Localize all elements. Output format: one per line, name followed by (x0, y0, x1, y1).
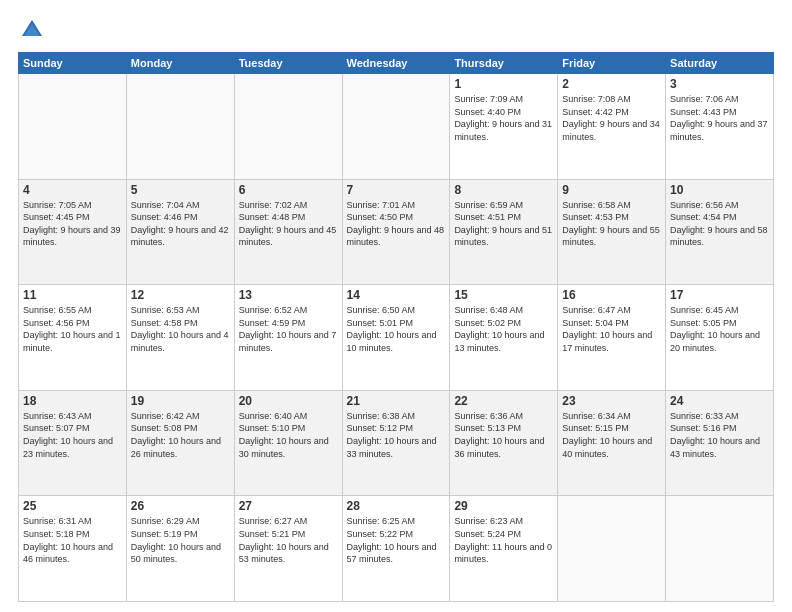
day-number: 10 (670, 183, 769, 197)
day-detail: Sunrise: 7:06 AM Sunset: 4:43 PM Dayligh… (670, 93, 769, 143)
day-number: 23 (562, 394, 661, 408)
calendar-day-cell: 19Sunrise: 6:42 AM Sunset: 5:08 PM Dayli… (126, 390, 234, 496)
weekday-header: Sunday (19, 53, 127, 74)
calendar-day-cell (234, 74, 342, 180)
day-detail: Sunrise: 6:34 AM Sunset: 5:15 PM Dayligh… (562, 410, 661, 460)
day-number: 24 (670, 394, 769, 408)
weekday-header: Friday (558, 53, 666, 74)
calendar-day-cell: 28Sunrise: 6:25 AM Sunset: 5:22 PM Dayli… (342, 496, 450, 602)
calendar-day-cell: 15Sunrise: 6:48 AM Sunset: 5:02 PM Dayli… (450, 285, 558, 391)
day-number: 17 (670, 288, 769, 302)
day-detail: Sunrise: 6:52 AM Sunset: 4:59 PM Dayligh… (239, 304, 338, 354)
day-detail: Sunrise: 6:47 AM Sunset: 5:04 PM Dayligh… (562, 304, 661, 354)
day-number: 3 (670, 77, 769, 91)
calendar-day-cell: 26Sunrise: 6:29 AM Sunset: 5:19 PM Dayli… (126, 496, 234, 602)
calendar-day-cell: 8Sunrise: 6:59 AM Sunset: 4:51 PM Daylig… (450, 179, 558, 285)
day-detail: Sunrise: 7:01 AM Sunset: 4:50 PM Dayligh… (347, 199, 446, 249)
day-number: 1 (454, 77, 553, 91)
calendar-day-cell: 25Sunrise: 6:31 AM Sunset: 5:18 PM Dayli… (19, 496, 127, 602)
calendar-day-cell: 10Sunrise: 6:56 AM Sunset: 4:54 PM Dayli… (666, 179, 774, 285)
day-detail: Sunrise: 6:29 AM Sunset: 5:19 PM Dayligh… (131, 515, 230, 565)
day-detail: Sunrise: 6:38 AM Sunset: 5:12 PM Dayligh… (347, 410, 446, 460)
logo-icon (18, 16, 46, 44)
calendar-week-row: 4Sunrise: 7:05 AM Sunset: 4:45 PM Daylig… (19, 179, 774, 285)
day-number: 22 (454, 394, 553, 408)
calendar-day-cell: 1Sunrise: 7:09 AM Sunset: 4:40 PM Daylig… (450, 74, 558, 180)
day-number: 15 (454, 288, 553, 302)
calendar-day-cell: 16Sunrise: 6:47 AM Sunset: 5:04 PM Dayli… (558, 285, 666, 391)
calendar-day-cell (558, 496, 666, 602)
day-number: 29 (454, 499, 553, 513)
day-number: 9 (562, 183, 661, 197)
calendar-day-cell: 9Sunrise: 6:58 AM Sunset: 4:53 PM Daylig… (558, 179, 666, 285)
weekday-header: Thursday (450, 53, 558, 74)
calendar-day-cell: 24Sunrise: 6:33 AM Sunset: 5:16 PM Dayli… (666, 390, 774, 496)
calendar-day-cell: 11Sunrise: 6:55 AM Sunset: 4:56 PM Dayli… (19, 285, 127, 391)
page: SundayMondayTuesdayWednesdayThursdayFrid… (0, 0, 792, 612)
day-detail: Sunrise: 6:43 AM Sunset: 5:07 PM Dayligh… (23, 410, 122, 460)
calendar-day-cell: 12Sunrise: 6:53 AM Sunset: 4:58 PM Dayli… (126, 285, 234, 391)
calendar-day-cell (19, 74, 127, 180)
day-number: 28 (347, 499, 446, 513)
logo (18, 16, 50, 44)
day-detail: Sunrise: 6:56 AM Sunset: 4:54 PM Dayligh… (670, 199, 769, 249)
weekday-header: Saturday (666, 53, 774, 74)
day-number: 20 (239, 394, 338, 408)
calendar-day-cell: 17Sunrise: 6:45 AM Sunset: 5:05 PM Dayli… (666, 285, 774, 391)
day-number: 16 (562, 288, 661, 302)
calendar-day-cell: 5Sunrise: 7:04 AM Sunset: 4:46 PM Daylig… (126, 179, 234, 285)
day-detail: Sunrise: 6:25 AM Sunset: 5:22 PM Dayligh… (347, 515, 446, 565)
day-number: 27 (239, 499, 338, 513)
day-detail: Sunrise: 7:05 AM Sunset: 4:45 PM Dayligh… (23, 199, 122, 249)
calendar-day-cell: 6Sunrise: 7:02 AM Sunset: 4:48 PM Daylig… (234, 179, 342, 285)
calendar-week-row: 25Sunrise: 6:31 AM Sunset: 5:18 PM Dayli… (19, 496, 774, 602)
day-detail: Sunrise: 6:45 AM Sunset: 5:05 PM Dayligh… (670, 304, 769, 354)
day-detail: Sunrise: 6:48 AM Sunset: 5:02 PM Dayligh… (454, 304, 553, 354)
day-detail: Sunrise: 7:04 AM Sunset: 4:46 PM Dayligh… (131, 199, 230, 249)
calendar-day-cell (666, 496, 774, 602)
calendar-header-row: SundayMondayTuesdayWednesdayThursdayFrid… (19, 53, 774, 74)
day-detail: Sunrise: 6:59 AM Sunset: 4:51 PM Dayligh… (454, 199, 553, 249)
day-detail: Sunrise: 7:09 AM Sunset: 4:40 PM Dayligh… (454, 93, 553, 143)
day-detail: Sunrise: 6:23 AM Sunset: 5:24 PM Dayligh… (454, 515, 553, 565)
day-number: 8 (454, 183, 553, 197)
calendar-week-row: 1Sunrise: 7:09 AM Sunset: 4:40 PM Daylig… (19, 74, 774, 180)
calendar-day-cell: 4Sunrise: 7:05 AM Sunset: 4:45 PM Daylig… (19, 179, 127, 285)
day-detail: Sunrise: 6:55 AM Sunset: 4:56 PM Dayligh… (23, 304, 122, 354)
day-number: 7 (347, 183, 446, 197)
calendar-day-cell (342, 74, 450, 180)
day-number: 13 (239, 288, 338, 302)
day-detail: Sunrise: 6:53 AM Sunset: 4:58 PM Dayligh… (131, 304, 230, 354)
weekday-header: Monday (126, 53, 234, 74)
calendar-day-cell: 7Sunrise: 7:01 AM Sunset: 4:50 PM Daylig… (342, 179, 450, 285)
calendar-day-cell: 22Sunrise: 6:36 AM Sunset: 5:13 PM Dayli… (450, 390, 558, 496)
day-number: 21 (347, 394, 446, 408)
day-detail: Sunrise: 7:08 AM Sunset: 4:42 PM Dayligh… (562, 93, 661, 143)
day-number: 2 (562, 77, 661, 91)
day-number: 18 (23, 394, 122, 408)
day-number: 6 (239, 183, 338, 197)
calendar-day-cell: 20Sunrise: 6:40 AM Sunset: 5:10 PM Dayli… (234, 390, 342, 496)
calendar-day-cell: 3Sunrise: 7:06 AM Sunset: 4:43 PM Daylig… (666, 74, 774, 180)
day-number: 4 (23, 183, 122, 197)
calendar-day-cell: 27Sunrise: 6:27 AM Sunset: 5:21 PM Dayli… (234, 496, 342, 602)
day-detail: Sunrise: 6:33 AM Sunset: 5:16 PM Dayligh… (670, 410, 769, 460)
day-number: 26 (131, 499, 230, 513)
calendar-day-cell: 23Sunrise: 6:34 AM Sunset: 5:15 PM Dayli… (558, 390, 666, 496)
calendar-table: SundayMondayTuesdayWednesdayThursdayFrid… (18, 52, 774, 602)
calendar-day-cell: 18Sunrise: 6:43 AM Sunset: 5:07 PM Dayli… (19, 390, 127, 496)
day-number: 19 (131, 394, 230, 408)
weekday-header: Wednesday (342, 53, 450, 74)
day-number: 14 (347, 288, 446, 302)
calendar-day-cell: 2Sunrise: 7:08 AM Sunset: 4:42 PM Daylig… (558, 74, 666, 180)
day-detail: Sunrise: 6:27 AM Sunset: 5:21 PM Dayligh… (239, 515, 338, 565)
day-number: 12 (131, 288, 230, 302)
weekday-header: Tuesday (234, 53, 342, 74)
header (18, 16, 774, 44)
day-detail: Sunrise: 6:36 AM Sunset: 5:13 PM Dayligh… (454, 410, 553, 460)
calendar-week-row: 11Sunrise: 6:55 AM Sunset: 4:56 PM Dayli… (19, 285, 774, 391)
day-detail: Sunrise: 6:42 AM Sunset: 5:08 PM Dayligh… (131, 410, 230, 460)
calendar-day-cell (126, 74, 234, 180)
day-detail: Sunrise: 6:40 AM Sunset: 5:10 PM Dayligh… (239, 410, 338, 460)
day-number: 11 (23, 288, 122, 302)
